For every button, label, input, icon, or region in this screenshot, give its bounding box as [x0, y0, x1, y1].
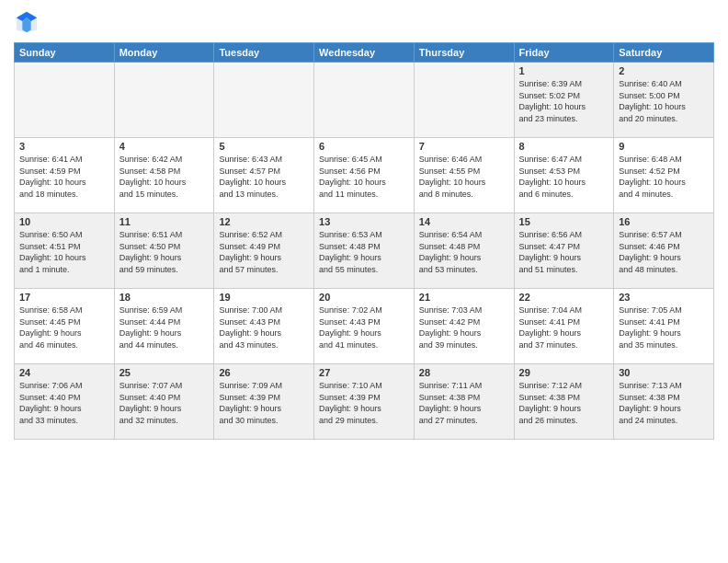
weekday-header-monday: Monday	[114, 43, 214, 63]
logo-icon	[14, 9, 40, 35]
day-number: 28	[419, 367, 509, 378]
day-info: Sunrise: 7:11 AM Sunset: 4:38 PM Dayligh…	[419, 380, 509, 426]
day-number: 6	[319, 141, 409, 152]
day-info: Sunrise: 6:53 AM Sunset: 4:48 PM Dayligh…	[319, 229, 409, 275]
day-number: 14	[419, 216, 509, 227]
day-number: 12	[219, 216, 309, 227]
calendar-cell: 21Sunrise: 7:03 AM Sunset: 4:42 PM Dayli…	[414, 289, 514, 364]
calendar-cell: 12Sunrise: 6:52 AM Sunset: 4:49 PM Dayli…	[214, 213, 314, 289]
day-number: 22	[519, 292, 609, 303]
day-info: Sunrise: 7:06 AM Sunset: 4:40 PM Dayligh…	[19, 380, 109, 426]
day-info: Sunrise: 7:03 AM Sunset: 4:42 PM Dayligh…	[419, 304, 509, 350]
calendar-cell: 3Sunrise: 6:41 AM Sunset: 4:59 PM Daylig…	[15, 138, 115, 213]
day-info: Sunrise: 6:41 AM Sunset: 4:59 PM Dayligh…	[19, 154, 109, 200]
calendar-cell: 26Sunrise: 7:09 AM Sunset: 4:39 PM Dayli…	[214, 364, 314, 440]
day-info: Sunrise: 7:00 AM Sunset: 4:43 PM Dayligh…	[219, 304, 309, 350]
day-info: Sunrise: 6:51 AM Sunset: 4:50 PM Dayligh…	[119, 229, 210, 275]
calendar-cell: 27Sunrise: 7:10 AM Sunset: 4:39 PM Dayli…	[314, 364, 415, 440]
calendar-cell: 19Sunrise: 7:00 AM Sunset: 4:43 PM Dayli…	[214, 289, 314, 364]
calendar-cell: 28Sunrise: 7:11 AM Sunset: 4:38 PM Dayli…	[414, 364, 514, 440]
day-info: Sunrise: 7:10 AM Sunset: 4:39 PM Dayligh…	[319, 380, 409, 426]
day-info: Sunrise: 6:56 AM Sunset: 4:47 PM Dayligh…	[519, 229, 609, 275]
week-row-4: 24Sunrise: 7:06 AM Sunset: 4:40 PM Dayli…	[15, 364, 714, 440]
day-number: 2	[619, 65, 709, 76]
calendar-cell: 9Sunrise: 6:48 AM Sunset: 4:52 PM Daylig…	[614, 138, 714, 213]
day-number: 4	[119, 141, 210, 152]
day-number: 27	[319, 367, 409, 378]
weekday-header-tuesday: Tuesday	[214, 43, 314, 63]
day-info: Sunrise: 6:47 AM Sunset: 4:53 PM Dayligh…	[519, 154, 609, 200]
week-row-2: 10Sunrise: 6:50 AM Sunset: 4:51 PM Dayli…	[15, 213, 714, 289]
calendar-cell: 5Sunrise: 6:43 AM Sunset: 4:57 PM Daylig…	[214, 138, 314, 213]
day-info: Sunrise: 6:54 AM Sunset: 4:48 PM Dayligh…	[419, 229, 509, 275]
day-number: 18	[119, 292, 210, 303]
calendar-cell: 1Sunrise: 6:39 AM Sunset: 5:02 PM Daylig…	[514, 63, 614, 138]
day-number: 25	[119, 367, 210, 378]
day-info: Sunrise: 6:50 AM Sunset: 4:51 PM Dayligh…	[19, 229, 109, 275]
calendar-cell: 17Sunrise: 6:58 AM Sunset: 4:45 PM Dayli…	[15, 289, 115, 364]
day-number: 10	[19, 216, 109, 227]
weekday-header-row: SundayMondayTuesdayWednesdayThursdayFrid…	[15, 43, 714, 63]
calendar-cell	[114, 63, 214, 138]
day-info: Sunrise: 7:04 AM Sunset: 4:41 PM Dayligh…	[519, 304, 609, 350]
day-number: 15	[519, 216, 609, 227]
day-number: 1	[519, 65, 609, 76]
calendar-cell	[214, 63, 314, 138]
day-info: Sunrise: 6:59 AM Sunset: 4:44 PM Dayligh…	[119, 304, 210, 350]
calendar-cell	[314, 63, 415, 138]
day-info: Sunrise: 6:39 AM Sunset: 5:02 PM Dayligh…	[519, 78, 609, 124]
day-info: Sunrise: 6:52 AM Sunset: 4:49 PM Dayligh…	[219, 229, 309, 275]
calendar-cell: 2Sunrise: 6:40 AM Sunset: 5:00 PM Daylig…	[614, 63, 714, 138]
day-info: Sunrise: 6:43 AM Sunset: 4:57 PM Dayligh…	[219, 154, 309, 200]
day-info: Sunrise: 7:09 AM Sunset: 4:39 PM Dayligh…	[219, 380, 309, 426]
day-number: 30	[619, 367, 709, 378]
day-number: 29	[519, 367, 609, 378]
calendar-cell: 14Sunrise: 6:54 AM Sunset: 4:48 PM Dayli…	[414, 213, 514, 289]
calendar-cell: 24Sunrise: 7:06 AM Sunset: 4:40 PM Dayli…	[15, 364, 115, 440]
calendar-cell: 7Sunrise: 6:46 AM Sunset: 4:55 PM Daylig…	[414, 138, 514, 213]
day-info: Sunrise: 6:42 AM Sunset: 4:58 PM Dayligh…	[119, 154, 210, 200]
calendar-cell: 15Sunrise: 6:56 AM Sunset: 4:47 PM Dayli…	[514, 213, 614, 289]
weekday-header-wednesday: Wednesday	[314, 43, 415, 63]
weekday-header-thursday: Thursday	[414, 43, 514, 63]
calendar-cell	[15, 63, 115, 138]
day-info: Sunrise: 6:46 AM Sunset: 4:55 PM Dayligh…	[419, 154, 509, 200]
calendar-table: SundayMondayTuesdayWednesdayThursdayFrid…	[14, 42, 714, 440]
day-info: Sunrise: 7:12 AM Sunset: 4:38 PM Dayligh…	[519, 380, 609, 426]
day-info: Sunrise: 6:48 AM Sunset: 4:52 PM Dayligh…	[619, 154, 709, 200]
day-number: 23	[619, 292, 709, 303]
day-number: 20	[319, 292, 409, 303]
week-row-1: 3Sunrise: 6:41 AM Sunset: 4:59 PM Daylig…	[15, 138, 714, 213]
day-number: 7	[419, 141, 509, 152]
day-number: 5	[219, 141, 309, 152]
calendar-cell: 18Sunrise: 6:59 AM Sunset: 4:44 PM Dayli…	[114, 289, 214, 364]
day-info: Sunrise: 7:05 AM Sunset: 4:41 PM Dayligh…	[619, 304, 709, 350]
weekday-header-friday: Friday	[514, 43, 614, 63]
day-number: 16	[619, 216, 709, 227]
day-number: 13	[319, 216, 409, 227]
day-number: 9	[619, 141, 709, 152]
day-info: Sunrise: 6:57 AM Sunset: 4:46 PM Dayligh…	[619, 229, 709, 275]
calendar-cell: 13Sunrise: 6:53 AM Sunset: 4:48 PM Dayli…	[314, 213, 415, 289]
day-number: 11	[119, 216, 210, 227]
day-info: Sunrise: 7:07 AM Sunset: 4:40 PM Dayligh…	[119, 380, 210, 426]
calendar-cell: 25Sunrise: 7:07 AM Sunset: 4:40 PM Dayli…	[114, 364, 214, 440]
week-row-0: 1Sunrise: 6:39 AM Sunset: 5:02 PM Daylig…	[15, 63, 714, 138]
calendar-cell: 29Sunrise: 7:12 AM Sunset: 4:38 PM Dayli…	[514, 364, 614, 440]
calendar-cell: 10Sunrise: 6:50 AM Sunset: 4:51 PM Dayli…	[15, 213, 115, 289]
day-number: 21	[419, 292, 509, 303]
calendar-cell: 4Sunrise: 6:42 AM Sunset: 4:58 PM Daylig…	[114, 138, 214, 213]
calendar-cell: 16Sunrise: 6:57 AM Sunset: 4:46 PM Dayli…	[614, 213, 714, 289]
calendar-cell: 23Sunrise: 7:05 AM Sunset: 4:41 PM Dayli…	[614, 289, 714, 364]
day-number: 24	[19, 367, 109, 378]
calendar-cell: 20Sunrise: 7:02 AM Sunset: 4:43 PM Dayli…	[314, 289, 415, 364]
weekday-header-sunday: Sunday	[15, 43, 115, 63]
day-info: Sunrise: 6:58 AM Sunset: 4:45 PM Dayligh…	[19, 304, 109, 350]
day-number: 26	[219, 367, 309, 378]
day-info: Sunrise: 7:13 AM Sunset: 4:38 PM Dayligh…	[619, 380, 709, 426]
calendar-cell	[414, 63, 514, 138]
calendar-cell: 30Sunrise: 7:13 AM Sunset: 4:38 PM Dayli…	[614, 364, 714, 440]
calendar-cell: 6Sunrise: 6:45 AM Sunset: 4:56 PM Daylig…	[314, 138, 415, 213]
calendar-cell: 22Sunrise: 7:04 AM Sunset: 4:41 PM Dayli…	[514, 289, 614, 364]
day-number: 17	[19, 292, 109, 303]
